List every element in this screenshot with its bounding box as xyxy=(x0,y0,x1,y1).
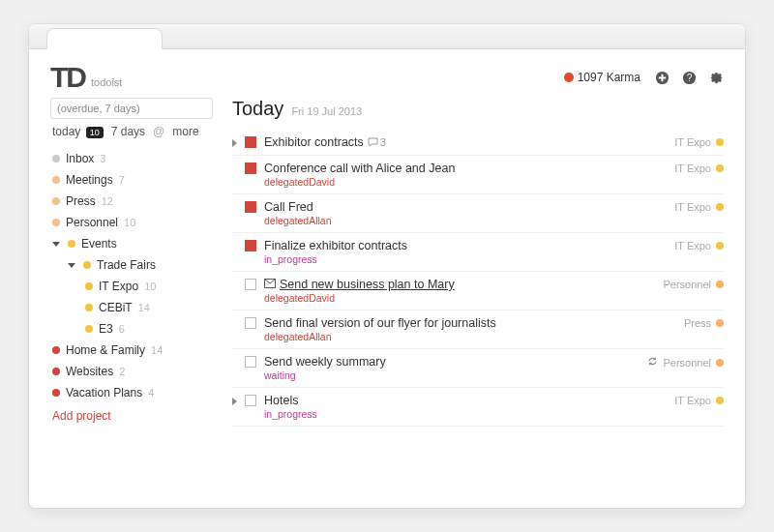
logo-mark: TD xyxy=(50,63,85,92)
expand-icon[interactable] xyxy=(232,398,237,405)
recurring-icon xyxy=(647,356,658,369)
sidebar-item-home-family[interactable]: Home & Family14 xyxy=(50,340,213,361)
project-color-dot xyxy=(52,176,60,184)
page-date: Fri 19 Jul 2013 xyxy=(291,105,362,117)
karma-icon xyxy=(564,73,574,82)
sidebar-item-cebit[interactable]: CEBiT14 xyxy=(50,297,213,318)
sidebar-item-press[interactable]: Press12 xyxy=(50,191,213,212)
expand-icon[interactable] xyxy=(232,139,237,147)
sidebar-item-events[interactable]: Events xyxy=(50,233,213,254)
task-project-label: IT Expo xyxy=(674,395,711,406)
task-meta: IT Expo xyxy=(674,240,724,251)
karma-indicator[interactable]: 1097 Karma xyxy=(564,71,640,84)
task-checkbox[interactable] xyxy=(245,136,256,148)
project-count: 6 xyxy=(119,323,125,335)
sidebar-item-vacation-plans[interactable]: Vacation Plans4 xyxy=(50,382,213,403)
chevron-down-icon xyxy=(68,263,75,268)
task-row[interactable]: Send new business plan to MarydelegatedD… xyxy=(232,272,724,310)
task-title: Send weekly summary xyxy=(264,355,640,369)
filter-more[interactable]: more xyxy=(172,125,198,138)
task-checkbox[interactable] xyxy=(245,240,256,251)
task-meta: IT Expo xyxy=(674,201,724,213)
top-bar: TD todoist 1097 Karma ? xyxy=(50,63,724,92)
page-title: Today xyxy=(232,98,283,120)
task-row[interactable]: Call FreddelegatedAllanIT Expo xyxy=(232,194,724,233)
browser-tab[interactable] xyxy=(46,28,163,49)
mail-icon xyxy=(264,278,276,291)
sidebar-item-inbox[interactable]: Inbox3 xyxy=(50,148,213,169)
project-name: Personnel xyxy=(66,216,118,229)
sidebar-item-trade-fairs[interactable]: Trade Fairs xyxy=(50,254,213,276)
search-input[interactable] xyxy=(50,98,213,119)
filter-at-icon[interactable]: @ xyxy=(153,125,164,138)
task-checkbox[interactable] xyxy=(245,356,256,368)
task-project-dot xyxy=(716,397,724,404)
help-icon[interactable]: ? xyxy=(681,70,697,85)
filter-7days[interactable]: 7 days xyxy=(111,125,145,138)
project-color-dot xyxy=(52,155,60,163)
project-list: Inbox3Meetings7Press12Personnel10EventsT… xyxy=(50,148,213,403)
project-color-dot xyxy=(52,197,60,205)
task-project-label: Personnel xyxy=(663,279,711,290)
task-row[interactable]: Send weekly summarywaitingPersonnel xyxy=(232,349,724,388)
task-subtext: delegatedDavid xyxy=(264,176,667,188)
comments-icon[interactable]: 3 xyxy=(368,136,386,148)
task-project-label: Personnel xyxy=(663,357,711,369)
filter-today[interactable]: today 10 xyxy=(52,125,104,138)
task-project-label: IT Expo xyxy=(674,201,711,213)
sidebar-item-it-expo[interactable]: IT Expo10 xyxy=(50,276,213,297)
task-row[interactable]: Hotelsin_progressIT Expo xyxy=(232,388,724,427)
task-title: Send new business plan to Mary xyxy=(264,278,655,291)
task-checkbox[interactable] xyxy=(245,279,256,290)
chevron-down-icon xyxy=(52,242,60,247)
browser-titlebar xyxy=(29,24,745,49)
project-color-dot xyxy=(52,368,60,375)
project-color-dot xyxy=(85,325,93,333)
task-title: Hotels xyxy=(264,394,667,407)
sidebar-item-e3[interactable]: E36 xyxy=(50,318,213,340)
task-row[interactable]: Exhibitor contracts3IT Expo xyxy=(232,130,724,156)
project-count: 4 xyxy=(148,387,154,399)
task-row[interactable]: Send final version of our flyer for jour… xyxy=(232,310,724,349)
add-project-button[interactable]: Add project xyxy=(50,403,213,429)
task-subtext: in_progress xyxy=(264,408,667,420)
project-name: Events xyxy=(81,237,117,251)
task-project-label: IT Expo xyxy=(674,136,711,148)
task-project-label: Press xyxy=(684,317,711,329)
karma-value: 1097 Karma xyxy=(578,71,640,84)
project-color-dot xyxy=(52,219,60,226)
project-count: 7 xyxy=(119,174,125,186)
task-title: Finalize exhibitor contracts xyxy=(264,239,667,252)
project-count: 12 xyxy=(102,195,113,207)
task-title: Send final version of our flyer for jour… xyxy=(264,316,676,330)
project-count: 14 xyxy=(151,344,163,356)
sidebar-item-personnel[interactable]: Personnel10 xyxy=(50,212,213,233)
sidebar-item-websites[interactable]: Websites2 xyxy=(50,361,213,382)
project-name: Trade Fairs xyxy=(97,258,156,272)
sidebar-item-meetings[interactable]: Meetings7 xyxy=(50,169,213,191)
add-icon[interactable] xyxy=(654,70,670,85)
today-count-badge: 10 xyxy=(86,127,104,138)
app-root: TD todoist 1097 Karma ? xyxy=(29,49,745,508)
task-subtext: delegatedAllan xyxy=(264,331,676,342)
task-project-dot xyxy=(716,138,724,146)
gear-icon[interactable] xyxy=(708,70,724,85)
task-meta: IT Expo xyxy=(674,395,724,406)
task-meta: IT Expo xyxy=(674,163,724,174)
main-panel: Today Fri 19 Jul 2013 Exhibitor contract… xyxy=(232,98,724,498)
task-checkbox[interactable] xyxy=(245,317,256,329)
task-list: Exhibitor contracts3IT ExpoConference ca… xyxy=(232,130,724,427)
logo: TD todoist xyxy=(50,63,122,92)
project-name: Websites xyxy=(66,365,113,378)
task-checkbox[interactable] xyxy=(245,395,256,406)
task-checkbox[interactable] xyxy=(245,201,256,213)
task-meta: Personnel xyxy=(647,356,724,369)
task-project-dot xyxy=(716,359,724,367)
project-name: Press xyxy=(66,194,96,208)
task-title: Call Fred xyxy=(264,200,667,214)
project-color-dot xyxy=(52,389,60,397)
task-subtext: in_progress xyxy=(264,253,667,265)
task-row[interactable]: Conference call with Alice and Jeandeleg… xyxy=(232,156,724,194)
task-checkbox[interactable] xyxy=(245,163,256,174)
task-row[interactable]: Finalize exhibitor contractsin_progressI… xyxy=(232,233,724,272)
